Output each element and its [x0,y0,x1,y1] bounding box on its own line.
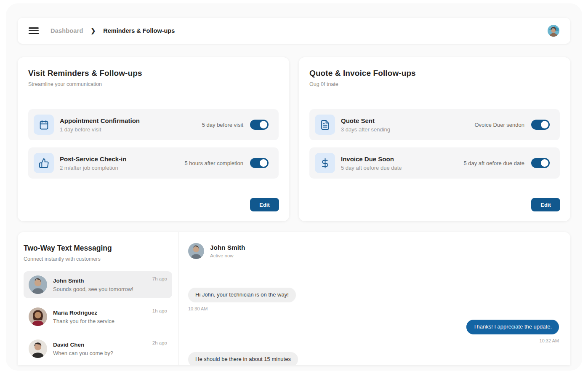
setting-value: 5 day aft oefore due date [463,160,531,166]
visit-edit-button[interactable]: Edit [250,198,279,211]
contact-avatar [29,275,47,294]
setting-title: Post-Service Check-in [60,155,126,163]
thumbs-up-icon [34,153,54,173]
contact-avatar [29,339,47,358]
setting-subtitle: 2 m/after job completion [60,165,126,171]
settings-cards-row: Visit Reminders & Follow-ups Streamline … [18,57,570,221]
conversation-list-panel: Two-Way Text Messaging Connect instantly… [18,232,178,365]
menu-icon[interactable] [29,27,39,34]
conversation-list: John Smith Sounds good, see you tomorrow… [24,271,172,362]
chat-header: John Smith Active now [188,243,559,259]
top-bar: Dashboard ❯ Reminders & Follow-ups [18,18,570,44]
invoice-due-soon-toggle[interactable] [531,158,550,168]
quote-invoice-card: Quote & Invoice Follow-ups Oug 0f tnate … [299,57,570,221]
chat-contact-status: Active now [210,253,245,258]
contact-preview: Sounds good, see you tomorrow! [53,286,133,292]
quote-card-title: Quote & Invoice Follow-ups [309,69,560,78]
document-icon [315,115,335,135]
setting-subtitle: 3 days after sending [341,126,390,133]
chat-avatar [188,243,204,259]
app-canvas: Dashboard ❯ Reminders & Follow-ups Visit… [6,3,582,371]
setting-subtitle: 1 day before visit [60,126,140,133]
messaging-card: Two-Way Text Messaging Connect instantly… [18,232,570,365]
message-incoming: He should be there in about 15 minutes [188,352,559,365]
contact-time: 2h ago [152,340,167,345]
setting-subtitle: 5 day aft oefore due date [341,165,402,171]
contact-name: John Smith [53,278,133,284]
contact-name: Maria Rodriguez [53,310,114,316]
appointment-confirmation-toggle[interactable] [250,120,269,130]
contact-preview: When can you come by? [53,350,113,356]
conversation-david-chen[interactable]: David Chen When can you come by? 2h ago [24,335,172,362]
visit-card-subtitle: Streamline your communication [28,81,279,87]
setting-row-quote-sent: Quote Sent 3 days after sending Ovoice D… [309,109,560,140]
contact-preview: Thank you for the service [53,318,114,324]
message-bubble: He should be there in about 15 minutes [188,352,298,365]
setting-title: Quote Sent [341,117,390,124]
message-outgoing: Thanks! I appreciate the update. 10:32 A… [188,320,559,343]
message-time: 10:30 AM [188,306,208,311]
setting-value: Ovoice Duer sendon [474,122,531,128]
message-bubble: Hi John, your technician is on the way! [188,288,296,302]
breadcrumb-current: Reminders & Follow-ups [103,27,175,34]
message-incoming: Hi John, your technician is on the way! … [188,288,559,311]
contact-name: David Chen [53,342,113,348]
post-service-checkin-toggle[interactable] [250,158,269,168]
setting-row-post-service-checkin: Post-Service Check-in 2 m/after job comp… [28,147,279,179]
messaging-subtitle: Connect instantly with customers [24,256,172,262]
setting-value: 5 day before visit [202,122,250,128]
user-avatar[interactable] [548,25,559,37]
setting-row-appointment-confirmation: Appointment Confirmation 1 day before vi… [28,109,279,140]
quote-sent-toggle[interactable] [531,120,550,130]
dollar-icon [315,153,335,173]
contact-time: 1h ago [152,308,167,313]
calendar-icon [34,115,54,135]
conversation-maria-rodriguez[interactable]: Maria Rodriguez Thank you for the servic… [24,303,172,330]
setting-row-invoice-due-soon: Invoice Due Soon 5 day aft oefore due da… [309,147,560,179]
message-time: 10:32 AM [540,338,559,343]
setting-title: Appointment Confirmation [60,117,140,124]
setting-title: Invoice Due Soon [341,155,402,163]
chat-messages: Hi John, your technician is on the way! … [188,288,559,365]
chat-divider [188,268,559,268]
message-bubble: Thanks! I appreciate the update. [466,320,559,334]
chat-contact-name: John Smith [210,244,245,251]
messaging-title: Two-Way Text Messaging [24,244,172,253]
chevron-right-icon: ❯ [91,27,96,34]
visit-reminders-card: Visit Reminders & Follow-ups Streamline … [18,57,289,221]
contact-avatar [29,307,47,326]
setting-value: 5 hours after completion [185,160,250,166]
quote-card-subtitle: Oug 0f tnate [309,81,560,87]
contact-time: 7h ago [152,276,167,281]
visit-card-title: Visit Reminders & Follow-ups [28,69,279,78]
chat-panel: John Smith Active now Hi John, your tech… [178,232,570,365]
conversation-john-smith[interactable]: John Smith Sounds good, see you tomorrow… [24,271,172,298]
breadcrumb-dashboard[interactable]: Dashboard [51,27,83,34]
quote-edit-button[interactable]: Edit [531,198,560,211]
